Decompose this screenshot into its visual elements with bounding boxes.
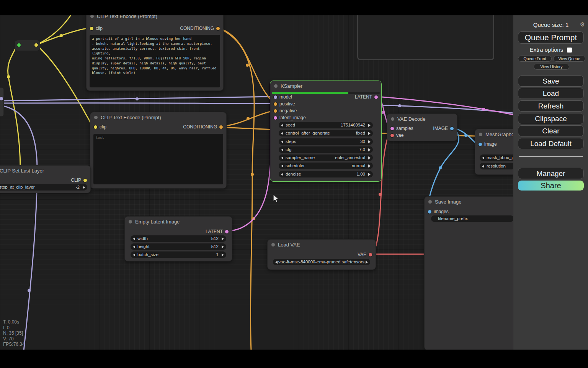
- increment-arrow-icon[interactable]: [368, 148, 371, 151]
- node-clip-set-last-layer[interactable]: CLIP Set Last Layer CLIP stop_at_clip_la…: [0, 165, 91, 193]
- node-clip-text-encode-2[interactable]: CLIP Text Encode (Prompt) clip CONDITION…: [90, 112, 227, 189]
- decrement-arrow-icon[interactable]: [281, 132, 283, 135]
- decrement-arrow-icon[interactable]: [482, 165, 484, 168]
- images-input[interactable]: images: [425, 209, 449, 215]
- increment-arrow-icon[interactable]: [368, 140, 371, 143]
- width-widget[interactable]: width 512: [131, 235, 226, 242]
- increment-arrow-icon[interactable]: [222, 237, 224, 240]
- decrement-arrow-icon[interactable]: [133, 237, 135, 240]
- image-output[interactable]: IMAGE: [433, 125, 457, 131]
- increment-arrow-icon[interactable]: [222, 253, 224, 256]
- node-save-image[interactable]: Save Image images filename_prefix: [424, 196, 517, 350]
- height-widget[interactable]: height 512: [131, 243, 226, 250]
- view-queue-button[interactable]: View Queue: [553, 56, 585, 62]
- model-input[interactable]: model: [270, 94, 292, 100]
- increment-arrow-icon[interactable]: [368, 156, 371, 159]
- increment-arrow-icon[interactable]: [366, 261, 368, 264]
- clip-input-label: clip: [96, 26, 103, 31]
- node-vae-decode[interactable]: VAE Decode samples vae IMAGE: [387, 113, 457, 141]
- node-collapse-dot-icon[interactable]: [479, 133, 482, 136]
- samples-input-label: samples: [396, 126, 413, 131]
- queue-size-label: Queue size: 1: [513, 21, 588, 28]
- settings-gear-icon[interactable]: ⚙: [580, 21, 585, 28]
- increment-arrow-icon[interactable]: [368, 124, 371, 127]
- latent-port-icon: [390, 127, 394, 130]
- reroute-input-port[interactable]: [17, 43, 21, 47]
- node-clip-text-encode-1[interactable]: CLIP Text Encode (Prompt) clip CONDITION…: [86, 11, 224, 91]
- control-after-generate-widget[interactable]: control_after_generate fixed: [279, 130, 373, 136]
- node-collapse-dot-icon[interactable]: [129, 220, 132, 223]
- queue-prompt-button[interactable]: Queue Prompt: [518, 31, 584, 44]
- steps-widget[interactable]: steps 30: [279, 138, 373, 145]
- filename-prefix-widget[interactable]: filename_prefix: [431, 215, 514, 222]
- queue-front-button[interactable]: Queue Front: [518, 56, 552, 62]
- samples-input[interactable]: samples: [387, 125, 413, 131]
- decrement-arrow-icon[interactable]: [281, 173, 283, 176]
- reroute-output-port[interactable]: [34, 43, 38, 47]
- latent-image-input[interactable]: latent_image: [270, 115, 306, 121]
- refresh-button[interactable]: Refresh: [518, 100, 584, 112]
- model-input-label: model: [279, 94, 292, 100]
- decrement-arrow-icon[interactable]: [281, 164, 283, 168]
- node-collapse-dot-icon[interactable]: [271, 243, 275, 246]
- node-collapse-dot-icon[interactable]: [274, 84, 278, 88]
- latent-output[interactable]: LATENT: [206, 228, 232, 235]
- load-button[interactable]: Load: [518, 88, 584, 99]
- vae-input[interactable]: vae: [387, 132, 403, 138]
- clipspace-button[interactable]: Clipspace: [518, 113, 584, 124]
- denoise-widget[interactable]: denoise 1.00: [279, 171, 373, 177]
- node-reroute[interactable]: [15, 40, 40, 51]
- decrement-arrow-icon[interactable]: [281, 124, 283, 127]
- increment-arrow-icon[interactable]: [368, 132, 371, 135]
- node-collapse-dot-icon[interactable]: [428, 200, 432, 204]
- clip-port-icon: [94, 125, 97, 129]
- increment-arrow-icon[interactable]: [83, 186, 85, 189]
- extra-options-checkbox[interactable]: [567, 48, 572, 53]
- vae-name-widget[interactable]: vae-ft-mse-840000-ema-pruned.safetensors: [273, 259, 370, 265]
- decrement-arrow-icon[interactable]: [281, 140, 283, 143]
- cfg-widget[interactable]: cfg 7.0: [279, 146, 373, 153]
- image-input[interactable]: image: [475, 141, 497, 147]
- prompt-textarea[interactable]: a portrait of a girl in a blouse waving …: [90, 35, 220, 87]
- save-button[interactable]: Save: [518, 76, 584, 87]
- negative-input[interactable]: negative: [270, 108, 297, 114]
- prompt-textarea[interactable]: text: [93, 134, 223, 184]
- clear-button[interactable]: Clear: [518, 125, 584, 136]
- node-ksampler[interactable]: KSampler model positive negative latent_…: [270, 80, 382, 182]
- stop-at-clip-layer-widget[interactable]: stop_at_clip_layer -2: [0, 184, 87, 191]
- clip-input[interactable]: clip: [90, 124, 106, 130]
- batch-size-widget[interactable]: batch_size 1: [131, 251, 226, 258]
- node-collapse-dot-icon[interactable]: [391, 117, 394, 121]
- conditioning-output[interactable]: CONDITIONING: [180, 25, 223, 31]
- seed-widget[interactable]: seed 1751460942: [279, 122, 373, 128]
- share-button[interactable]: Share: [518, 181, 584, 191]
- manager-button[interactable]: Manager: [518, 168, 584, 179]
- link-clip-up: [36, 15, 71, 45]
- sampler-name-widget[interactable]: sampler_name euler_ancestral: [279, 154, 373, 161]
- decrement-arrow-icon[interactable]: [275, 261, 278, 264]
- decrement-arrow-icon[interactable]: [281, 156, 283, 159]
- resolution-widget[interactable]: resolution: [480, 163, 515, 169]
- view-history-button[interactable]: View History: [534, 64, 569, 70]
- clip-input[interactable]: clip: [87, 25, 103, 31]
- vae-output[interactable]: VAE: [358, 251, 376, 258]
- increment-arrow-icon[interactable]: [368, 173, 371, 176]
- scheduler-widget[interactable]: scheduler normal: [279, 163, 373, 169]
- node-load-vae[interactable]: Load VAE VAE vae-ft-mse-840000-ema-prune…: [267, 239, 376, 270]
- node-collapse-dot-icon[interactable]: [94, 116, 98, 119]
- decrement-arrow-icon[interactable]: [482, 156, 484, 159]
- model-output-port[interactable]: [0, 97, 3, 100]
- decrement-arrow-icon[interactable]: [133, 245, 135, 248]
- clip-output[interactable]: CLIP: [71, 177, 90, 183]
- positive-input[interactable]: positive: [270, 101, 295, 107]
- load-default-button[interactable]: Load Default: [518, 138, 584, 149]
- increment-arrow-icon[interactable]: [368, 164, 371, 168]
- node-empty-latent-image[interactable]: Empty Latent Image LATENT width 512 heig…: [124, 216, 232, 261]
- node-cropped-left[interactable]: [0, 87, 4, 117]
- latent-output[interactable]: LATENT: [355, 94, 381, 100]
- decrement-arrow-icon[interactable]: [133, 253, 135, 256]
- increment-arrow-icon[interactable]: [222, 245, 224, 248]
- decrement-arrow-icon[interactable]: [281, 148, 283, 151]
- vae-port-icon: [369, 253, 372, 256]
- conditioning-output[interactable]: CONDITIONING: [183, 124, 226, 130]
